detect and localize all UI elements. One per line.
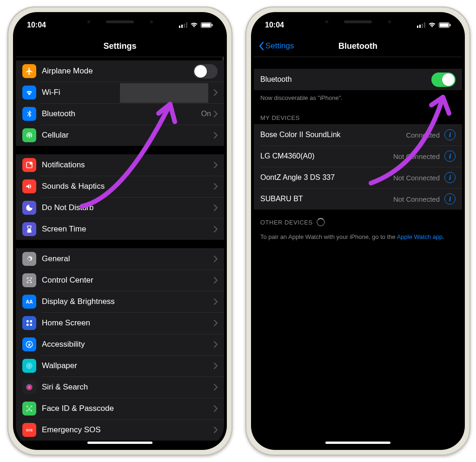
wallpaper-icon: [22, 359, 36, 373]
row-label: Do Not Disturb: [42, 203, 214, 212]
notifications-icon: [22, 158, 36, 172]
row-label: Face ID & Passcode: [42, 404, 214, 413]
wifi-icon: [428, 22, 436, 28]
device-name: OontZ Angle 3 DS 337: [260, 173, 393, 182]
chevron-right-icon: [214, 132, 218, 139]
device-status: Not Connected: [393, 152, 440, 160]
apple-watch-app-link[interactable]: Apple Watch app: [397, 233, 443, 240]
settings-row-accessibility[interactable]: Accessibility: [16, 334, 224, 355]
discoverable-note: Now discoverable as "iPhone".: [254, 90, 462, 106]
other-devices-label: OTHER DEVICES: [260, 219, 313, 226]
row-value: On: [201, 110, 211, 118]
svg-rect-0: [179, 26, 180, 28]
faceid-icon: [22, 402, 36, 416]
settings-row-bluetooth[interactable]: BluetoothOn: [16, 103, 224, 125]
svg-rect-12: [26, 320, 29, 323]
chevron-left-icon: [258, 41, 264, 51]
chevron-right-icon: [214, 256, 218, 262]
svg-rect-3: [186, 22, 187, 28]
svg-point-17: [29, 342, 30, 343]
svg-rect-1: [181, 25, 183, 28]
sos-icon: SOS: [22, 423, 36, 437]
device-status: Not Connected: [393, 174, 440, 182]
signal-icon: [417, 22, 425, 28]
redacted-wifi-value: [120, 83, 208, 103]
chevron-right-icon: [214, 363, 218, 369]
settings-row-sounds[interactable]: Sounds & Haptics: [16, 176, 224, 197]
device-name: SUBARU BT: [260, 195, 393, 203]
svg-point-20: [29, 365, 30, 367]
chevron-right-icon: [214, 89, 218, 96]
device-status: Connected: [406, 131, 440, 139]
back-button[interactable]: Settings: [258, 41, 294, 51]
row-label: Bluetooth: [42, 109, 201, 119]
device-info-button[interactable]: i: [444, 129, 456, 140]
settings-row-display[interactable]: AADisplay & Brightness: [16, 291, 224, 312]
settings-row-cellular[interactable]: Cellular: [16, 125, 224, 146]
device-info-button[interactable]: i: [444, 193, 456, 205]
home-indicator[interactable]: [325, 442, 390, 444]
battery-icon: [439, 22, 451, 28]
device-name: Bose Color II SoundLink: [260, 131, 406, 139]
status-icons: [179, 22, 213, 28]
phone-frame-left: 10:04 Settings Airplane ModeWi-FiBluetoo…: [7, 7, 232, 455]
device-row[interactable]: Bose Color II SoundLinkConnectedi: [254, 124, 462, 145]
home-icon: [22, 316, 36, 330]
chevron-right-icon: [214, 405, 218, 412]
bluetooth-toggle-row[interactable]: Bluetooth: [254, 69, 462, 90]
bluetooth-toggle[interactable]: [431, 73, 456, 87]
device-row[interactable]: LG CM4360(A0)Not Connectedi: [254, 145, 462, 167]
settings-row-control[interactable]: Control Center: [16, 270, 224, 291]
device-info-button[interactable]: i: [444, 151, 456, 162]
svg-text:SOS: SOS: [26, 429, 33, 432]
device-info-button[interactable]: i: [444, 172, 456, 183]
row-label: Airplane Mode: [42, 66, 193, 76]
dnd-icon: [22, 201, 36, 215]
settings-row-general[interactable]: General: [16, 248, 224, 270]
svg-rect-10: [29, 280, 31, 281]
row-label: Emergency SOS: [42, 425, 214, 435]
settings-row-siri[interactable]: Siri & Search: [16, 376, 224, 398]
svg-rect-25: [417, 26, 418, 28]
back-label: Settings: [265, 41, 294, 51]
svg-point-22: [28, 408, 29, 409]
settings-row-screentime[interactable]: Screen Time: [16, 218, 224, 240]
row-label: General: [42, 254, 214, 264]
svg-rect-30: [440, 23, 449, 27]
settings-row-faceid[interactable]: Face ID & Passcode: [16, 398, 224, 419]
wifi-icon: [190, 22, 198, 28]
display-icon: AA: [22, 295, 36, 309]
airplane-toggle[interactable]: [193, 64, 218, 79]
device-row[interactable]: OontZ Angle 3 DS 337Not Connectedi: [254, 167, 462, 188]
page-title: Bluetooth: [338, 41, 377, 51]
pair-note-prefix: To pair an Apple Watch with your iPhone,…: [260, 233, 397, 240]
bluetooth-content[interactable]: Bluetooth Now discoverable as "iPhone". …: [254, 57, 462, 447]
navbar-bluetooth: Settings Bluetooth: [254, 35, 462, 57]
chevron-right-icon: [214, 205, 218, 211]
page-title: Settings: [103, 41, 136, 51]
chevron-right-icon: [214, 384, 218, 390]
settings-row-notifications[interactable]: Notifications: [16, 154, 224, 176]
other-devices-header: OTHER DEVICES: [254, 210, 462, 229]
notch: [309, 15, 407, 29]
svg-point-23: [30, 408, 31, 409]
device-row[interactable]: SUBARU BTNot Connectedi: [254, 188, 462, 210]
siri-icon: [22, 380, 36, 394]
pair-note: To pair an Apple Watch with your iPhone,…: [254, 229, 462, 245]
settings-row-sos[interactable]: SOSEmergency SOS: [16, 419, 224, 441]
status-time: 10:04: [27, 21, 46, 29]
home-indicator[interactable]: [87, 442, 152, 444]
settings-row-airplane[interactable]: Airplane Mode: [16, 60, 224, 82]
phone-frame-right: 10:04 Settings Bluetooth: [245, 7, 470, 455]
settings-content[interactable]: Airplane ModeWi-FiBluetoothOnCellular No…: [16, 57, 224, 447]
row-label: Control Center: [42, 276, 214, 285]
settings-row-wallpaper[interactable]: Wallpaper: [16, 355, 224, 376]
my-devices-header: MY DEVICES: [254, 106, 462, 124]
svg-text:AA: AA: [26, 299, 33, 304]
accessibility-icon: [22, 337, 36, 351]
row-label: Siri & Search: [42, 383, 214, 392]
svg-point-9: [28, 280, 29, 281]
settings-row-dnd[interactable]: Do Not Disturb: [16, 197, 224, 218]
svg-rect-31: [450, 24, 451, 26]
settings-row-home[interactable]: Home Screen: [16, 312, 224, 334]
